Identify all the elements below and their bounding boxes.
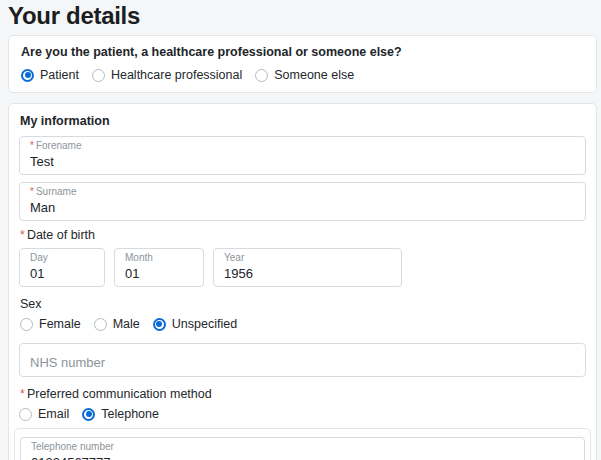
forename-input[interactable] [30, 154, 575, 170]
dob-month-input[interactable] [125, 266, 193, 282]
telephone-number-label: Telephone number [31, 441, 574, 453]
nhs-number-field[interactable] [19, 343, 586, 377]
surname-label: *Surname [30, 186, 575, 198]
required-marker: * [20, 228, 25, 242]
radio-option-healthcare-professional[interactable]: Healthcare professional [92, 68, 242, 82]
dob-year-label: Year [224, 252, 391, 264]
sex-label: Sex [20, 297, 586, 311]
radio-unchecked-icon[interactable] [94, 318, 107, 331]
telephone-number-input[interactable] [31, 455, 574, 460]
required-marker: * [20, 387, 25, 401]
page-title: Your details [8, 3, 597, 29]
radio-option-male[interactable]: Male [94, 317, 140, 331]
dob-day-field[interactable]: Day [19, 248, 105, 287]
radio-option-patient[interactable]: Patient [21, 68, 79, 82]
radio-option-female-label: Female [39, 317, 81, 331]
dob-month-field[interactable]: Month [114, 248, 204, 287]
radio-unchecked-icon[interactable] [19, 408, 32, 421]
patient-type-question: Are you the patient, a healthcare profes… [21, 45, 584, 59]
forename-field[interactable]: *Forename [19, 136, 586, 175]
your-details-page: Your details Are you the patient, a heal… [0, 0, 601, 460]
dob-year-field[interactable]: Year [213, 248, 402, 287]
my-information-heading: My information [20, 114, 586, 128]
required-marker: * [30, 186, 34, 197]
telephone-number-field[interactable]: Telephone number [20, 437, 585, 460]
radio-unchecked-icon[interactable] [20, 318, 33, 331]
forename-label: *Forename [30, 140, 575, 152]
radio-option-telephone-label: Telephone [101, 407, 159, 421]
contact-details-card: Telephone number Email [14, 428, 591, 460]
date-of-birth-row: Day Month Year [19, 248, 586, 287]
radio-option-email[interactable]: Email [19, 407, 69, 421]
nhs-number-input[interactable] [30, 355, 575, 371]
radio-option-patient-label: Patient [40, 68, 79, 82]
radio-checked-icon[interactable] [153, 318, 166, 331]
radio-option-telephone[interactable]: Telephone [82, 407, 159, 421]
my-information-card: My information *Forename *Surname *Date … [8, 103, 597, 460]
dob-day-input[interactable] [30, 266, 94, 282]
radio-checked-icon[interactable] [21, 69, 34, 82]
radio-option-someone-else-label: Someone else [274, 68, 354, 82]
radio-unchecked-icon[interactable] [92, 69, 105, 82]
preferred-communication-label: *Preferred communication method [20, 387, 586, 401]
radio-unchecked-icon[interactable] [255, 69, 268, 82]
surname-field[interactable]: *Surname [19, 182, 586, 221]
preferred-communication-radio-group: Email Telephone [19, 407, 586, 421]
radio-checked-icon[interactable] [82, 408, 95, 421]
radio-option-male-label: Male [113, 317, 140, 331]
radio-option-unspecified[interactable]: Unspecified [153, 317, 237, 331]
radio-option-someone-else[interactable]: Someone else [255, 68, 354, 82]
dob-month-label: Month [125, 252, 193, 264]
radio-option-unspecified-label: Unspecified [172, 317, 237, 331]
patient-type-radio-group: Patient Healthcare professional Someone … [21, 68, 584, 82]
dob-day-label: Day [30, 252, 94, 264]
date-of-birth-label: *Date of birth [20, 228, 586, 242]
dob-year-input[interactable] [224, 266, 391, 282]
sex-radio-group: Female Male Unspecified [20, 317, 586, 331]
radio-option-healthcare-professional-label: Healthcare professional [111, 68, 242, 82]
radio-option-email-label: Email [38, 407, 69, 421]
patient-type-card: Are you the patient, a healthcare profes… [8, 35, 597, 93]
radio-option-female[interactable]: Female [20, 317, 81, 331]
surname-input[interactable] [30, 200, 575, 216]
required-marker: * [30, 140, 34, 151]
